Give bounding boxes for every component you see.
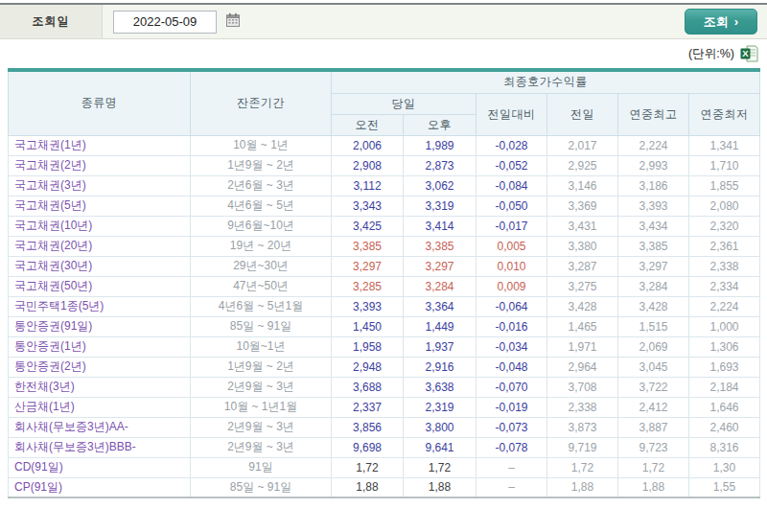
change-cell: -0,078 [476, 437, 547, 457]
am-yield-cell: 9,698 [332, 437, 404, 457]
bond-name-cell: 국고채권(2년) [9, 155, 191, 175]
search-button[interactable]: 조회 › [685, 9, 757, 35]
col-header-pm: 오후 [404, 114, 476, 135]
am-yield-cell: 1,72 [332, 457, 404, 477]
bond-name-cell: 통안증권(1년) [9, 336, 191, 357]
pm-yield-cell: 3,062 [404, 175, 476, 196]
change-cell: -0,034 [476, 336, 547, 357]
pm-yield-cell: 1,88 [404, 477, 476, 497]
change-cell: 0,009 [476, 276, 547, 296]
year-high-cell: 2,993 [618, 155, 689, 175]
col-header-year-high: 연중최고 [618, 93, 689, 135]
year-low-cell: 2,184 [689, 377, 760, 397]
period-cell: 91일 [191, 457, 332, 477]
prev-day-cell: 1,88 [547, 477, 618, 497]
table-row: 국고채권(1년) 10월 ~ 1년 2,006 1,989 -0,028 2,0… [9, 135, 760, 155]
am-yield-cell: 3,425 [332, 216, 404, 236]
pm-yield-cell: 3,297 [404, 256, 476, 276]
pm-yield-cell: 3,284 [404, 276, 476, 296]
change-cell: -0,052 [476, 155, 547, 175]
bond-name-cell: 국민주택1종(5년) [9, 296, 191, 316]
pm-yield-cell: 1,937 [404, 336, 476, 357]
excel-icon: X [740, 51, 758, 65]
am-yield-cell: 3,393 [332, 296, 404, 316]
bond-name-cell: 회사채(무보증3년)AA- [9, 417, 191, 437]
table-row: CP(91일) 85일 ~ 91일 1,88 1,88 – 1,88 1,88 … [9, 477, 760, 497]
period-cell: 85일 ~ 91일 [191, 477, 332, 497]
year-low-cell: 1,646 [689, 397, 760, 417]
prev-day-cell: 2,925 [547, 155, 618, 175]
table-row: 국민주택1종(5년) 4년6월 ~ 5년1월 3,393 3,364 -0,06… [9, 296, 760, 316]
year-low-cell: 2,080 [689, 196, 760, 216]
year-high-cell: 3,045 [618, 357, 689, 377]
am-yield-cell: 1,88 [332, 477, 404, 497]
am-yield-cell: 2,948 [332, 357, 404, 377]
col-header-period: 잔존기간 [191, 70, 332, 135]
query-date-label: 조회일 [0, 5, 103, 38]
year-high-cell: 3,284 [618, 276, 689, 296]
unit-label: (단위:%) [688, 46, 734, 62]
change-cell: -0,064 [476, 296, 547, 316]
year-low-cell: 2,338 [689, 256, 760, 276]
table-row: 통안증권(91일) 85일 ~ 91일 1,450 1,449 -0,016 1… [9, 316, 760, 336]
bond-name-cell: 국고채권(5년) [9, 196, 191, 216]
col-header-am: 오전 [332, 114, 404, 135]
bond-yield-table: 종류명 잔존기간 최종호가수익률 당일 전일대비 전일 연중최고 연중최저 오전… [8, 68, 760, 498]
pm-yield-cell: 2,319 [404, 397, 476, 417]
prev-day-cell: 3,369 [547, 196, 618, 216]
excel-download-button[interactable]: X [739, 45, 758, 63]
bond-table-body: 국고채권(1년) 10월 ~ 1년 2,006 1,989 -0,028 2,0… [9, 135, 760, 497]
year-low-cell: 1,693 [689, 357, 760, 377]
prev-day-cell: 1,465 [547, 316, 618, 336]
period-cell: 2년9월 ~ 3년 [191, 437, 332, 457]
query-date-input[interactable] [113, 11, 217, 34]
year-high-cell: 2,224 [618, 135, 689, 155]
bond-name-cell: 국고채권(1년) [9, 135, 191, 155]
unit-row: (단위:%) X [0, 39, 767, 68]
period-cell: 10월 ~ 1년 [191, 135, 332, 155]
change-cell: -0,084 [476, 175, 547, 196]
bond-name-cell: 국고채권(3년) [9, 175, 191, 196]
am-yield-cell: 1,450 [332, 316, 404, 336]
table-row: 국고채권(2년) 1년9월 ~ 2년 2,908 2,873 -0,052 2,… [9, 155, 760, 175]
pm-yield-cell: 2,916 [404, 357, 476, 377]
pm-yield-cell: 3,385 [404, 236, 476, 256]
table-row: 산금채(1년) 10월 ~ 1년1월 2,337 2,319 -0,019 2,… [9, 397, 760, 417]
prev-day-cell: 3,431 [547, 216, 618, 236]
prev-day-cell: 3,275 [547, 276, 618, 296]
year-low-cell: 2,361 [689, 236, 760, 256]
period-cell: 4년6월 ~ 5년1월 [191, 296, 332, 316]
year-low-cell: 1,30 [689, 457, 760, 477]
period-cell: 9년6월~10년 [191, 216, 332, 236]
year-high-cell: 9,723 [618, 437, 689, 457]
change-cell: -0,048 [476, 357, 547, 377]
am-yield-cell: 1,958 [332, 336, 404, 357]
bond-name-cell: 통안증권(91일) [9, 316, 191, 336]
change-cell: -0,017 [476, 216, 547, 236]
period-cell: 4년6월 ~ 5년 [191, 196, 332, 216]
period-cell: 2년9월 ~ 3년 [191, 417, 332, 437]
prev-day-cell: 3,287 [547, 256, 618, 276]
col-header-type: 종류명 [9, 70, 191, 135]
col-header-vs-prev: 전일대비 [476, 93, 547, 135]
year-low-cell: 1,306 [689, 336, 760, 357]
bond-name-cell: CP(91일) [9, 477, 191, 497]
year-low-cell: 1,341 [689, 135, 760, 155]
prev-day-cell: 9,719 [547, 437, 618, 457]
prev-day-cell: 2,338 [547, 397, 618, 417]
period-cell: 19년 ~ 20년 [191, 236, 332, 256]
pm-yield-cell: 3,800 [404, 417, 476, 437]
year-high-cell: 3,385 [618, 236, 689, 256]
calendar-button[interactable] [224, 13, 242, 31]
period-cell: 1년9월 ~ 2년 [191, 155, 332, 175]
bond-name-cell: 국고채권(10년) [9, 216, 191, 236]
prev-day-cell: 1,72 [547, 457, 618, 477]
year-high-cell: 3,186 [618, 175, 689, 196]
year-high-cell: 1,88 [618, 477, 689, 497]
year-high-cell: 3,297 [618, 256, 689, 276]
table-row: 통안증권(2년) 1년9월 ~ 2년 2,948 2,916 -0,048 2,… [9, 357, 760, 377]
pm-yield-cell: 3,319 [404, 196, 476, 216]
col-header-year-low: 연중최저 [689, 93, 760, 135]
bond-name-cell: CD(91일) [9, 457, 191, 477]
am-yield-cell: 3,688 [332, 377, 404, 397]
